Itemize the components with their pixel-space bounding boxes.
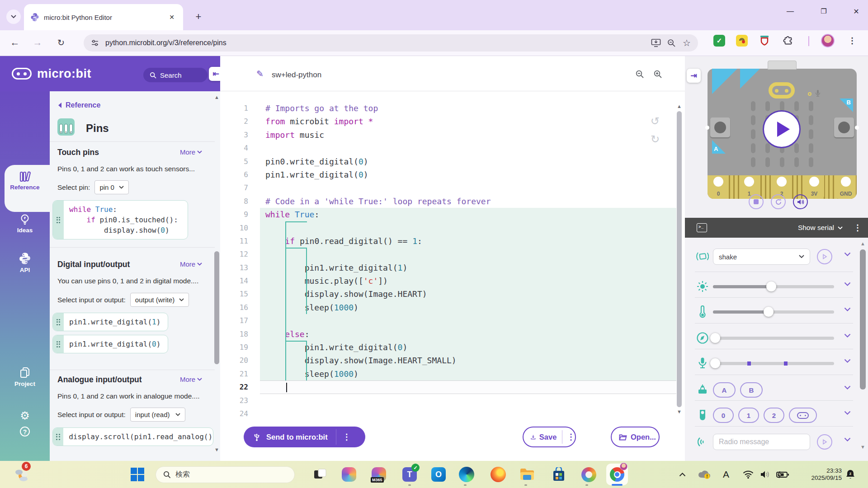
- terminal-icon[interactable]: >_: [697, 223, 707, 232]
- board-pin-0[interactable]: 0: [708, 175, 728, 199]
- tab-search-button[interactable]: [6, 9, 21, 24]
- code-line-15[interactable]: 15 display.show(Image.HEART): [220, 287, 676, 300]
- bookmark-star-icon[interactable]: ☆: [682, 38, 692, 48]
- board-pin-gnd[interactable]: GND: [836, 175, 856, 199]
- start-button[interactable]: [128, 465, 146, 483]
- taskbar-explorer-icon[interactable]: [518, 465, 536, 483]
- taskbar-outlook-icon[interactable]: O: [429, 465, 448, 483]
- code-line-10[interactable]: 10: [220, 221, 676, 235]
- taskbar-search-input[interactable]: 検索: [156, 466, 295, 483]
- more-link[interactable]: More: [180, 148, 202, 156]
- sim-pin-2[interactable]: 2: [764, 408, 784, 423]
- taskbar-taskview-icon[interactable]: [311, 465, 329, 483]
- editor-scrollbar[interactable]: [677, 111, 682, 407]
- drag-handle[interactable]: [53, 428, 63, 446]
- send-to-microbit-button[interactable]: Send to micro:bit ⋮: [244, 427, 365, 447]
- open-button[interactable]: Open...: [611, 427, 660, 447]
- extension-check-icon[interactable]: ✓: [713, 35, 725, 47]
- code-line-21[interactable]: 21 sleep(1000): [220, 367, 676, 380]
- taskbar-chrome-active[interactable]: [606, 464, 628, 485]
- editor-zoom-out-icon[interactable]: [635, 70, 644, 79]
- code-line-7[interactable]: 7: [220, 181, 676, 194]
- code-line-19[interactable]: 19 pin1.write_digital(0): [220, 341, 676, 354]
- send-options-icon[interactable]: ⋮: [343, 432, 351, 442]
- taskbar-edge-icon[interactable]: [458, 465, 476, 483]
- taskbar-store-icon[interactable]: [550, 465, 568, 483]
- taskbar-paint-icon[interactable]: [580, 465, 598, 483]
- sim-button-b[interactable]: B: [740, 382, 763, 398]
- radio-send-button[interactable]: [817, 434, 832, 450]
- redo-icon[interactable]: ↻: [651, 133, 660, 145]
- simulator-collapse-button[interactable]: ⇥: [687, 69, 701, 83]
- compass-slider[interactable]: [713, 333, 834, 343]
- radio-message-input[interactable]: Radio message: [713, 434, 810, 450]
- temperature-slider[interactable]: [713, 307, 834, 317]
- temperature-expand-icon[interactable]: [844, 307, 853, 316]
- address-bar[interactable]: python.microbit.org/v/3/reference/pins ☆: [84, 34, 698, 52]
- more-link[interactable]: More: [180, 260, 202, 268]
- code-line-24[interactable]: 24: [220, 407, 676, 420]
- sidebar-item-ideas[interactable]: Ideas: [0, 213, 50, 234]
- brightness-slider[interactable]: [713, 282, 834, 291]
- editor-scroll-up[interactable]: ▲: [677, 104, 682, 108]
- new-tab-button[interactable]: +: [192, 10, 205, 23]
- code-line-16[interactable]: 16 sleep(1000): [220, 301, 676, 314]
- back-to-reference-link[interactable]: Reference: [57, 101, 100, 109]
- code-snippet-digital-1[interactable]: pin1.write_digital(1): [52, 313, 168, 331]
- code-line-6[interactable]: 6pin1.write_digital(0): [220, 168, 676, 181]
- code-line-8[interactable]: 8# Code in a 'while True:' loop repeats …: [220, 195, 676, 208]
- code-snippet-analogue[interactable]: display.scroll(pin1.read_analog(): [52, 427, 213, 446]
- simulator-stop-button[interactable]: [749, 194, 764, 209]
- radio-expand-icon[interactable]: [844, 437, 853, 446]
- code-line-2[interactable]: 2from microbit import *: [220, 115, 676, 128]
- forward-button[interactable]: →: [30, 35, 45, 50]
- code-line-4[interactable]: 4: [220, 141, 676, 155]
- code-line-23[interactable]: 23: [220, 394, 676, 407]
- undo-icon[interactable]: ↺: [651, 115, 660, 127]
- sim-scrollbar[interactable]: [860, 249, 866, 389]
- save-options-icon[interactable]: ⋮: [567, 432, 575, 442]
- profile-avatar[interactable]: [821, 34, 835, 47]
- taskbar-teams-icon[interactable]: T ✓: [401, 465, 419, 483]
- editor-scroll-down[interactable]: ▼: [677, 409, 682, 414]
- code-line-13[interactable]: 13 pin1.write_digital(1): [220, 261, 676, 274]
- edit-name-icon[interactable]: ✎: [256, 69, 264, 79]
- code-line-9[interactable]: 9while True:: [220, 208, 676, 221]
- code-line-1[interactable]: 1# Imports go at the top: [220, 102, 676, 115]
- compass-expand-icon[interactable]: [844, 333, 853, 343]
- tray-notification-bell-icon[interactable]: z: [843, 465, 858, 483]
- tray-chevron-up-icon[interactable]: [675, 465, 689, 483]
- drag-handle[interactable]: [53, 201, 64, 239]
- code-line-18[interactable]: 18 else:: [220, 328, 676, 341]
- zoom-out-page-icon[interactable]: [666, 38, 676, 48]
- taskbar-m365-copilot-icon[interactable]: M365: [370, 465, 388, 483]
- buttons-expand-icon[interactable]: [844, 385, 853, 394]
- slider-thumb[interactable]: [766, 282, 776, 291]
- window-close-button[interactable]: ✕: [844, 0, 868, 23]
- tray-ime-mode[interactable]: A: [719, 465, 733, 483]
- code-line-20[interactable]: 20 display.show(Image.HEART_SMALL): [220, 354, 676, 367]
- sidebar-scrollbar[interactable]: [214, 251, 219, 364]
- serial-menu-icon[interactable]: ⋮: [854, 223, 862, 233]
- board-button-a[interactable]: [710, 117, 730, 137]
- slider-thumb[interactable]: [764, 307, 774, 317]
- sidebar-scroll-down[interactable]: ▼: [214, 447, 219, 452]
- sim-button-a[interactable]: A: [713, 382, 736, 398]
- project-name[interactable]: sw+led-python: [272, 70, 321, 80]
- show-serial-label[interactable]: Show serial: [798, 224, 834, 232]
- gesture-select[interactable]: shake: [713, 249, 810, 265]
- brightness-expand-icon[interactable]: [844, 282, 853, 291]
- code-snippet-digital-0[interactable]: pin1.write_digital(0): [52, 335, 168, 353]
- taskbar-firefox-icon[interactable]: [489, 465, 507, 483]
- extension-recorder-icon[interactable]: [736, 35, 748, 47]
- browser-tab[interactable]: micro:bit Python Editor ✕: [24, 4, 183, 30]
- sidebar-item-api[interactable]: API: [0, 252, 50, 273]
- io-select[interactable]: input (read): [130, 408, 185, 422]
- window-minimize-button[interactable]: —: [778, 0, 802, 23]
- board-pin-3v[interactable]: 3V: [804, 175, 824, 199]
- gesture-expand-icon[interactable]: [844, 252, 853, 261]
- sidebar-item-project[interactable]: Project: [0, 367, 50, 387]
- slider-thumb[interactable]: [710, 333, 720, 343]
- sidebar-scroll-up[interactable]: ▲: [214, 95, 219, 99]
- simulator-audio-button[interactable]: [793, 194, 808, 209]
